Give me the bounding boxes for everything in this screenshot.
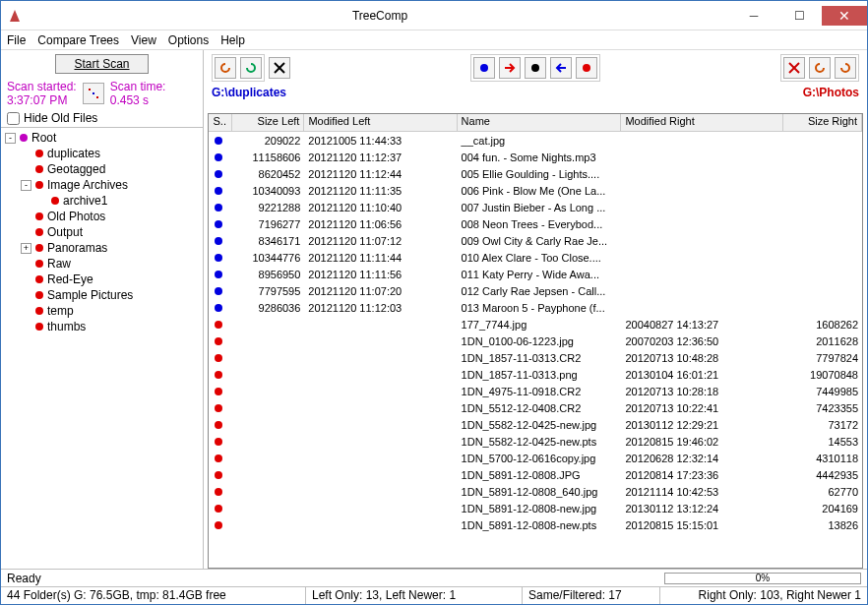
list-row[interactable]: 177_7744.jpg20040827 14:13:271608262 — [209, 316, 862, 333]
tree-label: thumbs — [47, 320, 86, 333]
list-header[interactable]: S.. Size Left Modified Left Name Modifie… — [209, 114, 862, 132]
list-row[interactable]: 928603620121120 11:12:03013 Maroon 5 - P… — [209, 299, 862, 316]
menu-bar: File Compare Trees View Options Help — [1, 30, 867, 50]
list-row[interactable]: 834617120121120 11:07:12009 Owl City & C… — [209, 232, 862, 249]
tree-node[interactable]: Old Photos — [1, 209, 203, 224]
cell-modified-right: 20120628 12:32:14 — [621, 453, 783, 464]
sync-blue-icon[interactable] — [473, 57, 495, 79]
cell-modified-left: 20121120 11:10:40 — [304, 202, 457, 213]
col-name[interactable]: Name — [458, 114, 622, 131]
tree-node[interactable]: Output — [1, 224, 203, 240]
refresh-left-icon[interactable] — [215, 57, 236, 79]
tree-node[interactable]: Sample Pictures — [1, 287, 203, 303]
svg-point-7 — [531, 64, 539, 72]
cell-name: 008 Neon Trees - Everybod... — [458, 218, 622, 230]
status-bullet-icon — [215, 321, 222, 329]
tree-node[interactable]: duplicates — [1, 146, 203, 161]
arrow-right-icon[interactable] — [499, 57, 521, 79]
tree-toggle-icon[interactable]: + — [21, 243, 31, 254]
menu-help[interactable]: Help — [220, 33, 245, 47]
folder-tree[interactable]: -RootduplicatesGeotagged-Image Archivesa… — [1, 127, 203, 569]
cell-size-right: 2011628 — [783, 335, 862, 347]
list-row[interactable]: 779759520121120 11:07:20012 Carly Rae Je… — [209, 282, 862, 299]
list-row[interactable]: 1034009320121120 11:11:35006 Pink - Blow… — [209, 182, 862, 199]
cell-size-left: 9286036 — [232, 302, 305, 314]
list-row[interactable]: 1DN_5582-12-0425-new.jpg20130112 12:29:2… — [209, 416, 862, 433]
list-row[interactable]: 20902220121005 11:44:33__cat.jpg — [209, 132, 862, 149]
minimize-button[interactable]: ─ — [731, 6, 776, 26]
arrow-left-icon[interactable] — [550, 57, 572, 79]
window-title: TreeComp — [29, 9, 731, 23]
list-row[interactable]: 1DN_1857-11-0313.CR220120713 10:48:28779… — [209, 349, 862, 366]
app-icon — [7, 8, 23, 24]
tree-node[interactable]: Red-Eye — [1, 272, 203, 287]
right-panel: G:\duplicates G:\Photos S.. Size Left Mo… — [204, 50, 867, 569]
cell-name: __cat.jpg — [458, 135, 622, 147]
tree-node[interactable]: +Panoramas — [1, 240, 203, 256]
tree-label: temp — [47, 304, 74, 318]
tree-toggle-icon[interactable]: - — [5, 133, 16, 144]
menu-file[interactable]: File — [7, 33, 26, 47]
delete-right-icon[interactable] — [783, 57, 805, 79]
tree-node[interactable]: thumbs — [1, 319, 203, 334]
list-row[interactable]: 1DN_5582-12-0425-new.pts20120815 19:46:0… — [209, 433, 862, 450]
status-bullet-icon — [215, 404, 222, 412]
cell-modified-left: 20121120 11:07:12 — [304, 235, 457, 247]
list-row[interactable]: 1DN_5891-12-0808-new.jpg20130112 13:12:2… — [209, 500, 862, 516]
tree-node[interactable]: temp — [1, 303, 203, 319]
scan-options-icon[interactable] — [83, 83, 104, 104]
bullet-icon — [20, 134, 28, 142]
refresh-r2-icon[interactable] — [835, 57, 856, 79]
list-row[interactable]: 895695020121120 11:11:56011 Katy Perry -… — [209, 266, 862, 282]
list-row[interactable]: 1DN_1857-11-0313.png20130104 16:01:21190… — [209, 366, 862, 383]
list-row[interactable]: 1DN_5512-12-0408.CR220120713 10:22:41742… — [209, 399, 862, 416]
refresh-r1-icon[interactable] — [809, 57, 831, 79]
list-row[interactable]: 1DN_5891-12-0808.JPG20120814 17:23:36444… — [209, 466, 862, 483]
menu-options[interactable]: Options — [168, 33, 209, 47]
list-row[interactable]: 1DN_5891-12-0808_640.jpg20121114 10:42:5… — [209, 483, 862, 500]
list-row[interactable]: 922128820121120 11:10:40007 Justin Biebe… — [209, 199, 862, 215]
tree-label: Image Archives — [47, 178, 128, 192]
list-row[interactable]: 1DN_5700-12-0616copy.jpg20120628 12:32:1… — [209, 450, 862, 466]
start-scan-button[interactable]: Start Scan — [55, 54, 148, 74]
cell-name: 1DN_1857-11-0313.CR2 — [458, 352, 622, 364]
menu-view[interactable]: View — [131, 33, 156, 47]
cell-modified-right: 20120815 19:46:02 — [621, 436, 783, 448]
cell-size-left: 11158606 — [232, 151, 305, 163]
delete-icon[interactable] — [269, 57, 290, 79]
hide-old-files-checkbox[interactable] — [7, 112, 20, 125]
list-row[interactable]: 1DN_5891-12-0808-new.pts20120815 15:15:0… — [209, 516, 862, 533]
tree-toggle-icon[interactable]: - — [21, 180, 31, 191]
tree-node[interactable]: archive1 — [1, 193, 203, 209]
list-row[interactable]: 1115860620121120 11:12:37004 fun. - Some… — [209, 149, 862, 165]
cell-modified-left: 20121120 11:12:03 — [304, 302, 457, 314]
tree-node[interactable]: -Root — [1, 130, 203, 146]
list-row[interactable]: 1DN_4975-11-0918.CR220120713 10:28:18744… — [209, 383, 862, 399]
status-bullet-icon — [215, 488, 222, 496]
tree-node[interactable]: Raw — [1, 256, 203, 272]
list-row[interactable]: 1DN_0100-06-1223.jpg20070203 12:36:50201… — [209, 333, 862, 349]
sync-red-icon[interactable] — [576, 57, 597, 79]
col-size-left[interactable]: Size Left — [232, 114, 305, 131]
list-row[interactable]: 1034477620121120 11:11:44010 Alex Clare … — [209, 249, 862, 266]
col-status[interactable]: S.. — [209, 114, 232, 131]
list-row[interactable]: 862045220121120 11:12:44005 Ellie Gouldi… — [209, 165, 862, 182]
maximize-button[interactable]: ☐ — [776, 6, 822, 26]
cell-modified-right: 20070203 12:36:50 — [621, 335, 783, 347]
col-modified-right[interactable]: Modified Right — [621, 114, 783, 131]
close-button[interactable]: ✕ — [822, 6, 867, 26]
col-modified-left[interactable]: Modified Left — [304, 114, 457, 131]
cell-size-right: 62770 — [783, 486, 862, 498]
refresh-right-icon[interactable] — [240, 57, 262, 79]
tree-node[interactable]: -Image Archives — [1, 177, 203, 193]
tree-label: Output — [47, 225, 83, 239]
menu-compare-trees[interactable]: Compare Trees — [37, 33, 119, 47]
cell-name: 1DN_5700-12-0616copy.jpg — [458, 453, 622, 464]
list-row[interactable]: 719627720121120 11:06:56008 Neon Trees -… — [209, 215, 862, 232]
cell-modified-left: 20121120 11:07:20 — [304, 285, 457, 297]
bullet-icon — [51, 197, 59, 205]
tree-node[interactable]: Geotagged — [1, 161, 203, 177]
col-size-right[interactable]: Size Right — [783, 114, 862, 131]
bullet-icon — [35, 260, 43, 268]
sync-black-icon[interactable] — [525, 57, 546, 79]
